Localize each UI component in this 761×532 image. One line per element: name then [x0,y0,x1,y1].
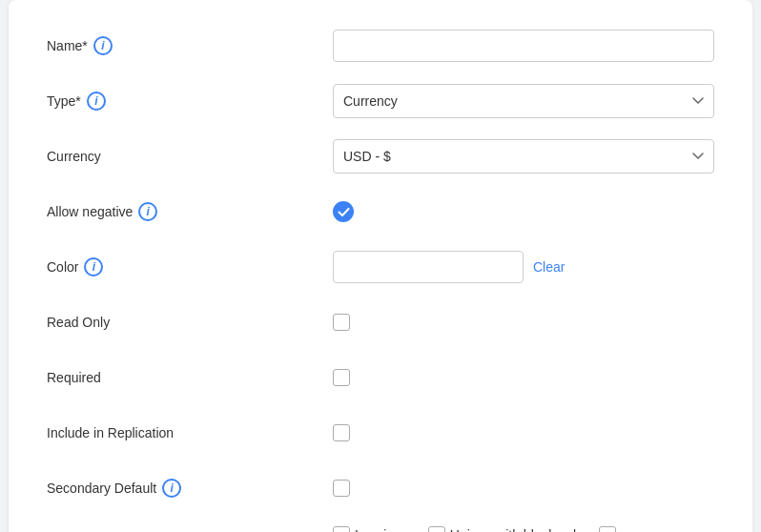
include-replication-control [333,424,714,441]
allow-negative-row: Allow negative i [47,194,714,229]
allow-negative-control [333,201,714,222]
required-label-text: Required [47,370,101,385]
unique-rule-row: Unique Rule Is unique Unique with blank … [47,526,714,532]
is-unique-checkbox[interactable] [333,526,350,532]
read-only-label-text: Read Only [47,315,110,330]
secondary-default-checkbox[interactable] [333,480,350,497]
secondary-default-control [333,480,714,497]
type-label: Type* i [47,92,333,111]
secondary-default-row: Secondary Default i [47,471,714,505]
currency-label-text: Currency [47,149,101,164]
currency-row: Currency USD - $ EUR - € GBP - £ JPY - ¥ [47,139,714,174]
currency-control: USD - $ EUR - € GBP - £ JPY - ¥ [333,139,714,174]
secondary-default-label: Secondary Default i [47,479,333,498]
clear-link[interactable]: Clear [533,259,565,275]
form-container: Name* i Type* i Currency Text Number Dat… [9,0,752,532]
required-label: Required [47,370,333,385]
is-unique-label: Is unique [355,527,409,532]
read-only-row: Read Only [47,305,714,339]
unique-blank-checkbox[interactable] [428,526,445,532]
unique-rule-options-container: Is unique Unique with blank value Ask fo… [333,526,616,532]
unique-blank-extra-checkbox[interactable] [599,526,616,532]
include-replication-label-text: Include in Replication [47,425,174,440]
color-input-box[interactable] [333,251,524,283]
read-only-checkbox[interactable] [333,314,350,331]
type-row: Type* i Currency Text Number Date Boolea… [47,84,714,118]
unique-rule-control: Is unique Unique with blank value Ask fo… [333,526,714,532]
is-unique-option: Is unique [333,526,409,532]
include-replication-row: Include in Replication [47,416,714,450]
name-input[interactable] [333,30,714,62]
color-control: Clear [333,251,714,283]
color-label-text: Color [47,259,78,275]
allow-negative-label-text: Allow negative [47,204,133,219]
currency-label: Currency [47,149,333,164]
type-label-text: Type* [47,93,81,109]
color-label: Color i [47,257,333,276]
read-only-control [333,314,714,331]
unique-blank-option: Unique with blank value [428,526,591,532]
secondary-default-info-icon[interactable]: i [162,479,181,498]
allow-negative-label: Allow negative i [47,202,333,221]
allow-negative-checkbox[interactable] [333,201,354,222]
name-control [333,30,714,62]
type-info-icon[interactable]: i [87,92,106,111]
unique-options-row: Is unique Unique with blank value [333,526,616,532]
read-only-label: Read Only [47,315,333,330]
name-label-text: Name* [47,38,88,53]
include-replication-label: Include in Replication [47,425,333,440]
required-control [333,369,714,386]
color-info-icon[interactable]: i [84,257,103,276]
unique-rule-label: Unique Rule [47,526,333,532]
type-select[interactable]: Currency Text Number Date Boolean [333,84,714,118]
name-info-icon[interactable]: i [93,36,113,55]
required-row: Required [47,360,714,395]
required-checkbox[interactable] [333,369,350,386]
include-replication-checkbox[interactable] [333,424,350,441]
name-label: Name* i [47,36,333,55]
type-control: Currency Text Number Date Boolean [333,84,714,118]
allow-negative-info-icon[interactable]: i [138,202,157,221]
currency-select[interactable]: USD - $ EUR - € GBP - £ JPY - ¥ [333,139,714,174]
secondary-default-label-text: Secondary Default [47,481,156,496]
color-row: Color i Clear [47,250,714,284]
name-row: Name* i [47,29,714,63]
unique-blank-label: Unique with blank value [450,527,591,532]
